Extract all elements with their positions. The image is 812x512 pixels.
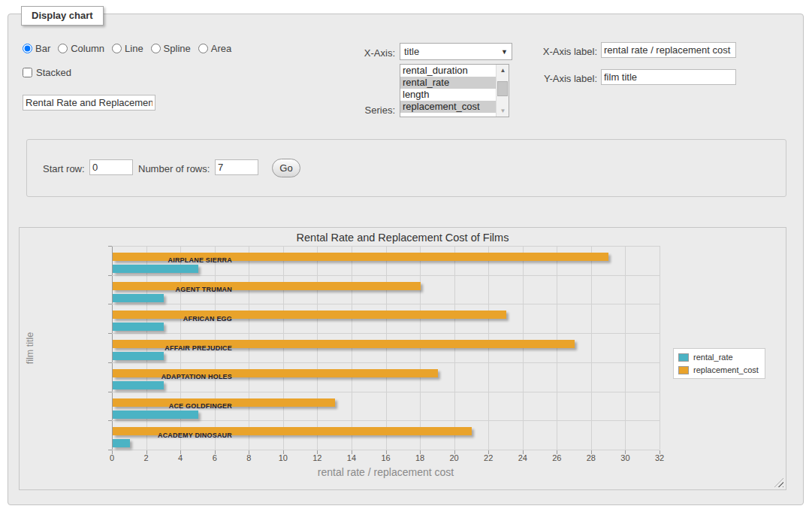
yaxis-label-input[interactable] xyxy=(601,69,736,85)
chart-type-area[interactable]: Area xyxy=(198,43,231,54)
page: Display chart BarColumnLineSplineArea St… xyxy=(0,0,812,512)
chart-type-radio-line[interactable] xyxy=(112,44,122,53)
series-option-replacement_cost[interactable]: replacement_cost xyxy=(400,101,496,113)
series-options: rental_durationrental_ratelengthreplacem… xyxy=(400,65,496,117)
series-option-rental_duration[interactable]: rental_duration xyxy=(400,65,496,77)
y-tick-mark xyxy=(108,362,112,363)
ylabel-caption: Y-Axis label: xyxy=(526,73,597,84)
bar-rental_rate xyxy=(113,323,164,331)
chart-type-radio-bar[interactable] xyxy=(23,44,32,53)
start-row-input[interactable] xyxy=(89,159,133,175)
x-tick-label: 0 xyxy=(102,453,122,462)
num-rows-caption: Number of rows: xyxy=(138,163,210,174)
scrollbar-thumb[interactable] xyxy=(497,81,508,96)
chart-title: Rental Rate and Replacement Cost of Film… xyxy=(20,232,786,244)
series-caption: Series: xyxy=(331,105,395,116)
chart-type-spline[interactable]: Spline xyxy=(151,43,191,54)
legend-swatch xyxy=(678,353,689,362)
x-tick-label: 8 xyxy=(239,453,258,462)
bar-rental_rate xyxy=(113,381,164,389)
series-scrollbar[interactable]: ▲ ▼ xyxy=(496,65,509,117)
stacked-checkbox[interactable] xyxy=(23,68,32,77)
y-tick-mark xyxy=(108,304,112,304)
x-tick-label: 28 xyxy=(581,453,601,462)
resize-handle-icon[interactable] xyxy=(774,478,783,487)
chart-type-line[interactable]: Line xyxy=(112,43,143,54)
chart-type-label: Spline xyxy=(164,43,191,54)
chart-type-radio-group: BarColumnLineSplineArea xyxy=(23,43,236,54)
x-tick-label: 4 xyxy=(171,453,190,462)
chart-xaxis-title: rental rate / replacement cost xyxy=(112,466,660,478)
y-tick-mark xyxy=(108,246,112,247)
chevron-down-icon: ▼ xyxy=(501,48,508,56)
bar-rental_rate xyxy=(113,265,198,273)
x-tick-label: 30 xyxy=(615,453,635,462)
grid-line-h xyxy=(112,333,660,334)
category-label: AFRICAN EGG xyxy=(149,315,232,323)
x-tick-label: 18 xyxy=(410,453,430,462)
grid-line-v xyxy=(625,246,626,450)
start-row-caption: Start row: xyxy=(43,163,85,174)
grid-line-v xyxy=(591,246,592,450)
bar-rental_rate xyxy=(113,294,164,302)
xaxis-caption: X-Axis: xyxy=(331,47,395,59)
x-tick-label: 10 xyxy=(273,453,293,462)
x-tick-label: 32 xyxy=(650,453,669,462)
xlabel-caption: X-Axis label: xyxy=(526,46,597,57)
series-option-rental_rate[interactable]: rental_rate xyxy=(400,77,496,89)
y-tick-mark xyxy=(108,275,112,276)
y-tick-mark xyxy=(108,450,112,450)
xaxis-select-value: title xyxy=(404,46,419,57)
legend-swatch xyxy=(678,366,689,374)
category-label: AIRPLANE SIERRA xyxy=(149,256,232,264)
xaxis-select[interactable]: title ▼ xyxy=(400,43,512,60)
category-label: ACADEMY DINOSAUR xyxy=(149,432,232,439)
bar-rental_rate xyxy=(113,439,130,447)
stacked-label: Stacked xyxy=(36,67,71,78)
chart-type-label: Column xyxy=(71,43,104,54)
chart-type-radio-area[interactable] xyxy=(198,44,208,53)
chart-type-label: Line xyxy=(125,43,143,54)
num-rows-input[interactable] xyxy=(215,159,258,175)
grid-line-v xyxy=(660,246,660,450)
x-tick-label: 26 xyxy=(547,453,566,462)
scroll-up-icon[interactable]: ▲ xyxy=(497,65,509,76)
grid-line-h xyxy=(112,246,660,247)
grid-line-h xyxy=(112,304,660,304)
grid-line-h xyxy=(112,420,660,421)
series-option-length[interactable]: length xyxy=(400,89,496,101)
x-tick-label: 2 xyxy=(137,453,156,462)
category-label: ACE GOLDFINGER xyxy=(149,402,232,410)
bar-chart: Rental Rate and Replacement Cost of Film… xyxy=(19,227,786,490)
legend-label: replacement_cost xyxy=(693,365,759,374)
bar-rental_rate xyxy=(113,411,198,419)
chart-title-input[interactable] xyxy=(23,95,155,111)
x-tick-label: 6 xyxy=(205,453,225,462)
xaxis-label-input[interactable] xyxy=(601,42,736,58)
chart-legend: rental_ratereplacement_cost xyxy=(673,348,765,379)
legend-item-replacement_cost: replacement_cost xyxy=(678,365,759,374)
x-tick-label: 22 xyxy=(478,453,498,462)
chart-type-radio-column[interactable] xyxy=(58,44,68,53)
bar-rental_rate xyxy=(113,352,164,360)
chart-yaxis-title: film title xyxy=(25,318,35,378)
chart-type-label: Bar xyxy=(35,43,50,54)
x-tick-label: 12 xyxy=(307,453,327,462)
chart-type-bar[interactable]: Bar xyxy=(23,43,50,54)
series-listbox[interactable]: rental_durationrental_ratelengthreplacem… xyxy=(400,64,509,117)
chart-type-column[interactable]: Column xyxy=(58,43,104,54)
legend-item-rental_rate: rental_rate xyxy=(678,353,759,362)
scroll-down-icon[interactable]: ▼ xyxy=(497,105,509,117)
go-button[interactable]: Go xyxy=(272,159,300,177)
category-label: ADAPTATION HOLES xyxy=(149,373,232,380)
x-tick-label: 24 xyxy=(513,453,533,462)
x-tick-label: 14 xyxy=(342,453,361,462)
chart-type-label: Area xyxy=(211,43,231,54)
category-label: AFFAIR PREJUDICE xyxy=(149,344,232,352)
chart-type-radio-spline[interactable] xyxy=(151,44,161,53)
y-tick-mark xyxy=(108,333,112,334)
x-tick-label: 16 xyxy=(376,453,396,462)
stacked-checkbox-row[interactable]: Stacked xyxy=(23,67,71,78)
grid-line-h xyxy=(112,275,660,276)
legend-label: rental_rate xyxy=(693,353,733,362)
